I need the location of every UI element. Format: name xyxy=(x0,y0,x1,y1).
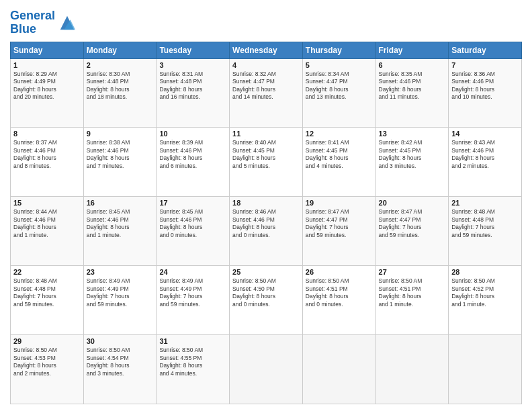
day-number: 18 xyxy=(232,199,300,207)
day-cell: 11Sunrise: 8:40 AM Sunset: 4:45 PM Dayli… xyxy=(230,128,303,197)
day-number: 2 xyxy=(87,61,154,69)
day-cell: 20Sunrise: 8:47 AM Sunset: 4:47 PM Dayli… xyxy=(375,197,449,266)
day-number: 3 xyxy=(159,61,226,69)
day-info: Sunrise: 8:29 AM Sunset: 4:49 PM Dayligh… xyxy=(13,71,81,101)
day-cell: 15Sunrise: 8:44 AM Sunset: 4:46 PM Dayli… xyxy=(11,197,84,266)
day-info: Sunrise: 8:32 AM Sunset: 4:47 PM Dayligh… xyxy=(232,71,300,101)
logo-icon xyxy=(58,13,77,32)
day-number: 5 xyxy=(306,61,373,69)
day-number: 16 xyxy=(87,199,154,207)
day-number: 30 xyxy=(87,337,154,345)
logo-text: GeneralBlue xyxy=(10,9,55,36)
day-cell: 12Sunrise: 8:41 AM Sunset: 4:45 PM Dayli… xyxy=(302,128,375,197)
calendar-table: SundayMondayTuesdayWednesdayThursdayFrid… xyxy=(10,42,522,404)
day-cell: 4Sunrise: 8:32 AM Sunset: 4:47 PM Daylig… xyxy=(230,58,303,128)
day-info: Sunrise: 8:42 AM Sunset: 4:45 PM Dayligh… xyxy=(379,139,446,170)
day-info: Sunrise: 8:45 AM Sunset: 4:46 PM Dayligh… xyxy=(159,208,226,239)
day-cell: 21Sunrise: 8:48 AM Sunset: 4:48 PM Dayli… xyxy=(449,197,522,266)
day-cell: 24Sunrise: 8:49 AM Sunset: 4:49 PM Dayli… xyxy=(157,266,230,335)
day-cell xyxy=(230,335,303,404)
page: GeneralBlue SundayMondayTuesdayWednesday… xyxy=(0,0,532,411)
day-info: Sunrise: 8:48 AM Sunset: 4:48 PM Dayligh… xyxy=(13,277,81,308)
header-cell-saturday: Saturday xyxy=(449,42,522,58)
day-info: Sunrise: 8:39 AM Sunset: 4:46 PM Dayligh… xyxy=(159,139,226,170)
week-row-5: 29Sunrise: 8:50 AM Sunset: 4:53 PM Dayli… xyxy=(11,335,522,404)
day-info: Sunrise: 8:50 AM Sunset: 4:53 PM Dayligh… xyxy=(13,347,81,377)
day-number: 17 xyxy=(159,199,226,207)
day-info: Sunrise: 8:50 AM Sunset: 4:50 PM Dayligh… xyxy=(232,277,300,308)
day-cell: 8Sunrise: 8:37 AM Sunset: 4:46 PM Daylig… xyxy=(11,128,84,197)
header-cell-monday: Monday xyxy=(83,42,157,58)
day-cell: 13Sunrise: 8:42 AM Sunset: 4:45 PM Dayli… xyxy=(375,128,449,197)
day-info: Sunrise: 8:34 AM Sunset: 4:47 PM Dayligh… xyxy=(306,71,373,101)
day-number: 9 xyxy=(87,130,154,138)
day-number: 24 xyxy=(159,268,226,276)
logo: GeneralBlue xyxy=(10,9,77,36)
day-info: Sunrise: 8:44 AM Sunset: 4:46 PM Dayligh… xyxy=(13,208,81,239)
day-cell xyxy=(375,335,449,404)
day-number: 6 xyxy=(379,61,446,69)
week-row-2: 8Sunrise: 8:37 AM Sunset: 4:46 PM Daylig… xyxy=(11,128,522,197)
day-number: 28 xyxy=(451,268,519,276)
day-cell: 25Sunrise: 8:50 AM Sunset: 4:50 PM Dayli… xyxy=(230,266,303,335)
day-number: 7 xyxy=(451,61,519,69)
day-info: Sunrise: 8:47 AM Sunset: 4:47 PM Dayligh… xyxy=(379,208,446,239)
week-row-3: 15Sunrise: 8:44 AM Sunset: 4:46 PM Dayli… xyxy=(11,197,522,266)
week-row-1: 1Sunrise: 8:29 AM Sunset: 4:49 PM Daylig… xyxy=(11,58,522,128)
day-cell: 6Sunrise: 8:35 AM Sunset: 4:46 PM Daylig… xyxy=(375,58,449,128)
day-cell: 5Sunrise: 8:34 AM Sunset: 4:47 PM Daylig… xyxy=(302,58,375,128)
day-info: Sunrise: 8:47 AM Sunset: 4:47 PM Dayligh… xyxy=(306,208,373,239)
day-cell: 28Sunrise: 8:50 AM Sunset: 4:52 PM Dayli… xyxy=(449,266,522,335)
day-info: Sunrise: 8:37 AM Sunset: 4:46 PM Dayligh… xyxy=(13,139,81,170)
day-cell: 27Sunrise: 8:50 AM Sunset: 4:51 PM Dayli… xyxy=(375,266,449,335)
day-info: Sunrise: 8:30 AM Sunset: 4:48 PM Dayligh… xyxy=(87,71,154,101)
day-number: 15 xyxy=(13,199,81,207)
day-number: 4 xyxy=(232,61,300,69)
day-number: 14 xyxy=(451,130,519,138)
day-info: Sunrise: 8:38 AM Sunset: 4:46 PM Dayligh… xyxy=(87,139,154,170)
day-info: Sunrise: 8:45 AM Sunset: 4:46 PM Dayligh… xyxy=(87,208,154,239)
header-cell-sunday: Sunday xyxy=(11,42,84,58)
day-cell: 26Sunrise: 8:50 AM Sunset: 4:51 PM Dayli… xyxy=(302,266,375,335)
day-info: Sunrise: 8:46 AM Sunset: 4:46 PM Dayligh… xyxy=(232,208,300,239)
day-info: Sunrise: 8:49 AM Sunset: 4:49 PM Dayligh… xyxy=(159,277,226,308)
day-number: 21 xyxy=(451,199,519,207)
day-cell: 16Sunrise: 8:45 AM Sunset: 4:46 PM Dayli… xyxy=(83,197,157,266)
day-cell: 2Sunrise: 8:30 AM Sunset: 4:48 PM Daylig… xyxy=(83,58,157,128)
day-cell: 1Sunrise: 8:29 AM Sunset: 4:49 PM Daylig… xyxy=(11,58,84,128)
day-info: Sunrise: 8:50 AM Sunset: 4:51 PM Dayligh… xyxy=(306,277,373,308)
day-info: Sunrise: 8:43 AM Sunset: 4:46 PM Dayligh… xyxy=(451,139,519,170)
day-info: Sunrise: 8:50 AM Sunset: 4:51 PM Dayligh… xyxy=(379,277,446,308)
day-cell: 30Sunrise: 8:50 AM Sunset: 4:54 PM Dayli… xyxy=(83,335,157,404)
day-number: 13 xyxy=(379,130,446,138)
day-cell: 17Sunrise: 8:45 AM Sunset: 4:46 PM Dayli… xyxy=(157,197,230,266)
day-cell xyxy=(302,335,375,404)
week-row-4: 22Sunrise: 8:48 AM Sunset: 4:48 PM Dayli… xyxy=(11,266,522,335)
day-number: 27 xyxy=(379,268,446,276)
header-cell-tuesday: Tuesday xyxy=(157,42,230,58)
day-number: 26 xyxy=(306,268,373,276)
header-cell-friday: Friday xyxy=(375,42,449,58)
day-number: 11 xyxy=(232,130,300,138)
day-cell: 22Sunrise: 8:48 AM Sunset: 4:48 PM Dayli… xyxy=(11,266,84,335)
day-info: Sunrise: 8:36 AM Sunset: 4:46 PM Dayligh… xyxy=(451,71,519,101)
day-cell xyxy=(449,335,522,404)
day-number: 23 xyxy=(87,268,154,276)
day-number: 25 xyxy=(232,268,300,276)
day-number: 31 xyxy=(159,337,226,345)
header-cell-wednesday: Wednesday xyxy=(230,42,303,58)
day-cell: 19Sunrise: 8:47 AM Sunset: 4:47 PM Dayli… xyxy=(302,197,375,266)
day-info: Sunrise: 8:40 AM Sunset: 4:45 PM Dayligh… xyxy=(232,139,300,170)
day-number: 12 xyxy=(306,130,373,138)
header-row: SundayMondayTuesdayWednesdayThursdayFrid… xyxy=(11,42,522,58)
header-cell-thursday: Thursday xyxy=(302,42,375,58)
day-cell: 14Sunrise: 8:43 AM Sunset: 4:46 PM Dayli… xyxy=(449,128,522,197)
day-number: 29 xyxy=(13,337,81,345)
day-number: 22 xyxy=(13,268,81,276)
day-info: Sunrise: 8:41 AM Sunset: 4:45 PM Dayligh… xyxy=(306,139,373,170)
day-info: Sunrise: 8:49 AM Sunset: 4:49 PM Dayligh… xyxy=(87,277,154,308)
day-cell: 18Sunrise: 8:46 AM Sunset: 4:46 PM Dayli… xyxy=(230,197,303,266)
day-info: Sunrise: 8:50 AM Sunset: 4:55 PM Dayligh… xyxy=(159,347,226,377)
day-cell: 29Sunrise: 8:50 AM Sunset: 4:53 PM Dayli… xyxy=(11,335,84,404)
day-cell: 31Sunrise: 8:50 AM Sunset: 4:55 PM Dayli… xyxy=(157,335,230,404)
